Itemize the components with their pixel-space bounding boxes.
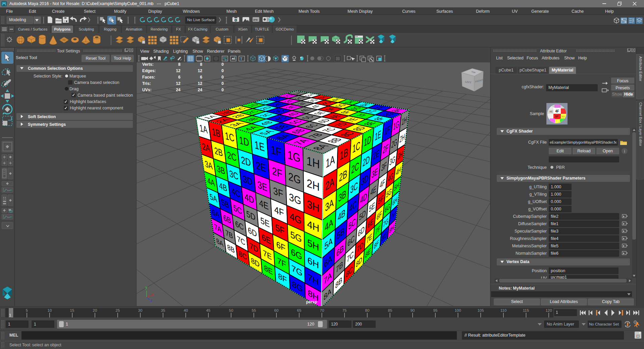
svg-text:UVs:: UVs: [142, 88, 152, 92]
svg-text:6: 6 [200, 75, 202, 80]
svg-text:4F: 4F [555, 109, 559, 113]
svg-text:95: 95 [433, 308, 438, 312]
svg-text:30: 30 [138, 308, 143, 312]
svg-text:35: 35 [161, 308, 165, 312]
svg-text:8: 8 [178, 62, 180, 67]
svg-text:0: 0 [221, 81, 224, 86]
svg-text:60: 60 [274, 308, 279, 312]
svg-text:115: 115 [523, 308, 529, 312]
svg-text:50: 50 [229, 308, 233, 312]
svg-text:12: 12 [176, 81, 180, 86]
svg-text:100: 100 [454, 308, 461, 312]
svg-text:105: 105 [477, 308, 484, 312]
svg-text:85: 85 [388, 308, 392, 312]
svg-text:70: 70 [320, 308, 324, 312]
svg-text:T: T [240, 57, 243, 61]
svg-text:25: 25 [116, 308, 120, 312]
svg-text:{;}: {;} [636, 334, 640, 338]
svg-text:24: 24 [176, 88, 180, 92]
svg-text:4E: 4E [549, 110, 553, 113]
svg-text:i: i [624, 149, 625, 154]
svg-text:0: 0 [221, 68, 224, 73]
svg-text:persp: persp [306, 300, 317, 304]
svg-text:40: 40 [184, 308, 188, 312]
svg-text:0: 0 [221, 62, 224, 67]
svg-text:80: 80 [365, 308, 370, 312]
svg-text:12: 12 [176, 68, 180, 73]
svg-text:Tris:: Tris: [142, 81, 151, 86]
svg-text:Verts:: Verts: [142, 62, 154, 67]
svg-text:0: 0 [221, 75, 224, 80]
svg-text:20: 20 [93, 308, 97, 312]
svg-text:8: 8 [200, 62, 202, 67]
svg-text:65: 65 [297, 308, 302, 312]
svg-text:110: 110 [500, 308, 506, 312]
svg-text:Edges:: Edges: [142, 68, 156, 73]
svg-text:24: 24 [198, 88, 202, 92]
svg-text:0: 0 [221, 88, 224, 92]
svg-text:55: 55 [252, 308, 256, 312]
svg-text:12: 12 [198, 81, 202, 86]
svg-text:5G: 5G [561, 115, 565, 118]
svg-text:45: 45 [206, 308, 211, 312]
svg-text:z: z [150, 298, 152, 302]
svg-text:y: y [145, 285, 148, 289]
svg-text:x: x [152, 293, 154, 297]
svg-text:10: 10 [48, 308, 52, 312]
svg-text:IPR: IPR [253, 18, 258, 21]
svg-text:5: 5 [26, 308, 28, 312]
svg-text:1: 1 [9, 313, 11, 317]
svg-text:15: 15 [70, 308, 74, 312]
svg-text:12: 12 [198, 68, 202, 73]
svg-text:75: 75 [342, 308, 347, 312]
svg-text:90: 90 [411, 308, 415, 312]
svg-text:Faces:: Faces: [142, 75, 155, 80]
svg-text:5F: 5F [555, 115, 559, 118]
svg-text:6: 6 [178, 75, 180, 80]
svg-text:120: 120 [545, 308, 552, 312]
